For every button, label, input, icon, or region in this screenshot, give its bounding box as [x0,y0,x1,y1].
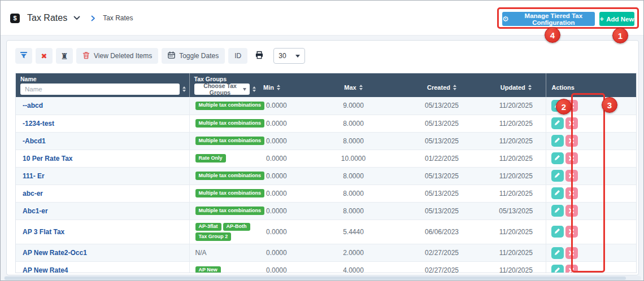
page-size-select[interactable]: 30 [273,48,305,64]
pencil-icon [554,137,560,145]
max-value: 8.0000 [310,185,397,202]
select-chevron-icon [243,88,246,91]
updated-date: 11/20/2025 [486,219,546,244]
delete-x-icon [569,227,574,236]
max-value: 5.4440 [310,219,397,244]
view-deleted-items-button[interactable]: View Deleted Items [76,48,158,64]
filter-icon [20,51,28,61]
id-toggle-button[interactable]: ID [228,48,247,64]
created-date: 05/13/2025 [397,202,486,219]
callout-badge-3: 3 [602,97,617,113]
tax-rate-name-link[interactable]: AP 3 Flat Tax [23,228,64,236]
scrollbar-thumb[interactable] [5,276,626,280]
table-row: --abcd Multiple tax combinations 0.0000 … [16,97,636,115]
filter-button[interactable] [15,48,32,64]
created-date: 01/22/2025 [397,150,486,167]
tax-group-badges: Multiple tax combinations [195,189,256,197]
max-value: 2.0000 [310,244,397,262]
column-header-actions: Actions [546,73,636,97]
created-date: 02/27/2025 [397,262,486,273]
max-value: 8.0000 [310,167,397,185]
tax-rate-name-link[interactable]: Abc1-er [23,207,48,215]
tax-groups-filter-select[interactable]: Choose Tax Groups [194,84,250,95]
delete-button[interactable] [565,117,578,129]
created-date: 02/27/2025 [397,244,486,262]
edit-button[interactable] [551,117,564,129]
column-header-tax-groups[interactable]: Tax Groups Choose Tax Groups [189,73,259,97]
tax-rate-name-link[interactable]: --abcd [23,102,43,109]
column-header-updated[interactable]: Updated [486,73,546,97]
max-value: 9.0000 [310,97,397,115]
tax-rate-name-link[interactable]: AP New Rate2-Occ1 [23,249,87,257]
clear-filter-button[interactable]: ✖ [36,48,53,64]
min-value: 0.0000 [259,262,310,273]
max-value: 8.0000 [310,115,397,132]
tax-rate-name-link[interactable]: abc-er [23,190,43,197]
sort-icon[interactable] [453,85,456,90]
edit-button[interactable] [551,135,564,147]
trash-icon [82,51,90,61]
delete-button[interactable] [565,205,578,217]
edit-button[interactable] [551,152,564,164]
chevron-down-icon[interactable] [73,16,80,20]
advanced-filter-button[interactable]: ♜ [56,48,73,64]
delete-button[interactable] [565,187,578,199]
sort-icon[interactable] [359,85,363,90]
updated-date: 11/20/2025 [486,167,546,185]
column-header-created[interactable]: Created [397,73,486,97]
tax-group-badges: AP New [195,266,256,273]
min-value: 0.0000 [259,115,310,132]
edit-button[interactable] [551,247,564,259]
breadcrumb[interactable]: Tax Rates [103,14,133,22]
toggle-dates-button[interactable]: Toggle Dates [162,48,225,64]
edit-button[interactable] [551,205,564,217]
delete-button[interactable] [565,135,578,147]
sort-icon[interactable] [253,86,256,92]
delete-button[interactable] [565,265,578,273]
tax-rate-name-link[interactable]: 111- Er [23,172,45,180]
delete-x-icon [569,266,574,273]
select-chevron-icon [295,55,300,58]
page-title[interactable]: Tax Rates [27,13,67,23]
horizontal-scrollbar [4,276,641,280]
table-toolbar: ✖ ♜ View Deleted Items Toggle Dates ID 3… [15,48,305,64]
updated-date: 05/13/2025 [486,202,546,219]
tax-group-badge: AP-Both [223,223,250,231]
tax-rate-name-link[interactable]: -Abcd1 [23,137,46,145]
name-filter-input[interactable] [20,84,180,95]
delete-button[interactable] [565,247,578,259]
tax-group-badges: Rate Only [195,154,256,163]
add-new-button[interactable]: + Add New [599,12,634,26]
tax-group-badges: AP-3flatAP-BothTax Group 2 [195,223,256,242]
delete-button[interactable] [565,170,578,182]
edit-button[interactable] [551,226,564,238]
sort-icon[interactable] [182,86,186,92]
sort-icon[interactable] [277,85,280,90]
min-value: 0.0000 [259,97,310,115]
tax-rate-name-link[interactable]: AP New Rate4 [23,266,68,273]
tax-rate-name-link[interactable]: -1234-test [23,120,54,128]
sort-icon[interactable] [528,85,532,90]
tax-group-na: N/A [195,249,207,257]
edit-button[interactable] [551,170,564,182]
print-button[interactable] [251,48,268,64]
breadcrumb-chevron-icon [91,15,95,21]
clear-filter-x-icon: ✖ [41,52,47,60]
delete-button[interactable] [565,226,578,238]
tax-group-badge: Multiple tax combinations [195,102,265,110]
delete-x-icon [569,189,574,197]
tax-group-badge: AP New [195,266,221,273]
delete-x-icon [569,207,574,215]
edit-button[interactable] [551,265,564,273]
column-header-max[interactable]: Max [310,73,397,97]
pencil-icon [554,189,560,197]
edit-button[interactable] [551,187,564,199]
column-header-name[interactable]: Name [16,73,189,97]
created-date: 05/13/2025 [397,185,486,202]
delete-button[interactable] [565,152,578,164]
column-header-min[interactable]: Min [259,73,310,97]
tax-rate-name-link[interactable]: 10 Per Rate Tax [23,155,73,163]
table-row: 111- Er Multiple tax combinations 0.0000… [16,167,636,185]
manage-tiered-tax-button[interactable]: ⚙ Manage Tiered Tax Configuration [502,12,595,26]
updated-date: 11/20/2025 [486,97,546,115]
